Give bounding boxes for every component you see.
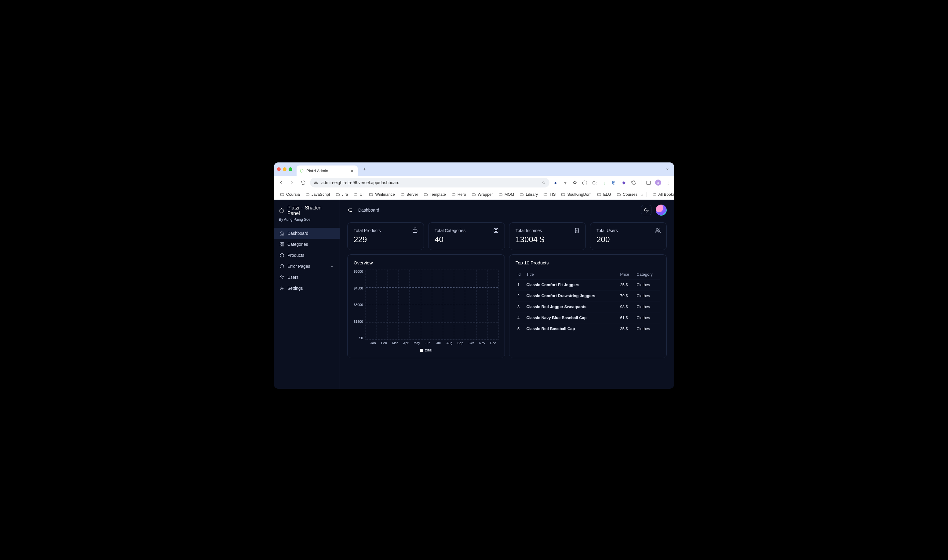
bookmark-item[interactable]: Winfinance <box>366 191 397 198</box>
card-label: Total Products <box>354 228 417 233</box>
svg-text:$: $ <box>576 229 578 232</box>
bookmark-item[interactable]: ELG <box>595 191 614 198</box>
sidebar: Platzi + Shadcn Panel By Aung Paing Soe … <box>274 200 340 389</box>
table-row[interactable]: 4Classic Navy Blue Baseball Cap61 $Cloth… <box>516 312 660 323</box>
close-tab-icon[interactable]: × <box>349 168 355 174</box>
col-price: Price <box>618 269 635 279</box>
window-maximize[interactable] <box>289 167 292 171</box>
browser-menu-icon[interactable]: ⋮ <box>665 180 671 186</box>
ext-circle-icon[interactable]: ◯ <box>582 180 588 186</box>
tab-overflow-icon[interactable] <box>664 166 671 172</box>
theme-toggle-button[interactable] <box>641 205 651 215</box>
sidebar-item-label: Products <box>288 253 304 258</box>
bookmark-item[interactable]: Courses <box>614 191 640 198</box>
card-total-products: Total Products 229 <box>347 222 424 250</box>
table-row[interactable]: 2Classic Comfort Drawstring Joggers79 $C… <box>516 291 660 302</box>
browser-toolbar: admin-eight-eta-96.vercel.app/dashboard … <box>274 176 674 189</box>
bookmark-item[interactable]: Hero <box>449 191 468 198</box>
sidebar-item-label: Settings <box>288 286 303 291</box>
bookmark-item[interactable]: Library <box>517 191 540 198</box>
card-label: Total Incomes <box>516 228 579 233</box>
ext-c-icon[interactable]: C: <box>592 180 598 186</box>
col-category: Category <box>635 269 660 279</box>
svg-rect-15 <box>494 228 496 230</box>
sidebar-item-users[interactable]: Users <box>274 272 340 283</box>
sidebar-item-error-pages[interactable]: Error Pages <box>274 261 340 272</box>
table-row[interactable]: 3Classic Red Jogger Sweatpants98 $Clothe… <box>516 302 660 312</box>
card-value: 13004 $ <box>516 235 579 244</box>
bookmarks-overflow-icon[interactable]: » <box>641 192 643 197</box>
new-tab-button[interactable]: + <box>361 165 369 173</box>
package-icon <box>412 228 418 234</box>
stat-cards: Total Products 229 Total Categories 40 T… <box>340 218 674 254</box>
sidebar-item-dashboard[interactable]: Dashboard <box>274 228 340 239</box>
ext-leaf-icon[interactable]: ✿ <box>572 180 578 186</box>
back-button[interactable] <box>277 178 285 186</box>
svg-rect-16 <box>497 228 498 230</box>
site-info-icon[interactable] <box>314 180 318 185</box>
box-icon <box>279 253 284 258</box>
bookmark-item[interactable]: SoulKingDom <box>559 191 594 198</box>
sidebar-item-categories[interactable]: Categories <box>274 239 340 250</box>
bookmark-item[interactable]: Server <box>398 191 420 198</box>
table-row[interactable]: 5Classic Red Baseball Cap35 $Clothes <box>516 323 660 334</box>
window-controls <box>277 167 292 171</box>
card-total-categories: Total Categories 40 <box>428 222 505 250</box>
table-row[interactable]: 1Classic Comfort Fit Joggers25 $Clothes <box>516 279 660 291</box>
home-icon <box>279 231 284 236</box>
toggle-sidebar-icon[interactable] <box>347 207 353 213</box>
bookmark-item[interactable]: Coursia <box>278 191 302 198</box>
svg-rect-1 <box>315 183 318 183</box>
reload-button[interactable] <box>299 178 307 186</box>
profile-avatar-icon[interactable]: a <box>655 180 661 186</box>
chart-legend: total <box>354 348 499 352</box>
ext-download-icon[interactable]: ↓ <box>601 180 608 186</box>
ext-checkmark-icon[interactable]: ● <box>552 180 559 186</box>
tab-title: Platzi Admin <box>306 169 328 173</box>
url-text: admin-eight-eta-96.vercel.app/dashboard <box>321 180 400 185</box>
chevron-down-icon <box>330 264 334 268</box>
card-total-users: Total Users 200 <box>590 222 667 250</box>
ext-vercel-icon[interactable]: ▼ <box>562 180 568 186</box>
svg-point-11 <box>280 276 282 277</box>
browser-tab[interactable]: Platzi Admin × <box>297 166 358 176</box>
sidebar-item-settings[interactable]: Settings <box>274 283 340 294</box>
side-panel-icon[interactable] <box>645 180 651 186</box>
info-icon <box>279 264 284 269</box>
forward-button[interactable] <box>288 178 296 186</box>
top-products-panel: Top 10 Products Id Title Price Category <box>509 254 667 358</box>
address-bar[interactable]: admin-eight-eta-96.vercel.app/dashboard … <box>310 178 549 188</box>
bookmark-item[interactable]: MOM <box>496 191 517 198</box>
overview-chart: $6000$4500$3000$1500$0 <box>354 269 499 340</box>
window-close[interactable] <box>277 167 281 171</box>
tab-strip: Platzi Admin × + <box>274 162 674 176</box>
bookmark-item[interactable]: Jira <box>333 191 351 198</box>
user-avatar[interactable] <box>656 205 667 215</box>
bookmark-item[interactable]: Template <box>421 191 448 198</box>
top-products-table: Id Title Price Category 1Classic Comfort… <box>516 269 660 334</box>
overview-panel: Overview $6000$4500$3000$1500$0 JanFebMa… <box>347 254 505 358</box>
extensions-icon[interactable] <box>631 180 637 186</box>
card-label: Total Users <box>597 228 660 233</box>
card-value: 200 <box>597 235 660 244</box>
bookmark-star-icon[interactable]: ☆ <box>542 180 546 185</box>
svg-rect-17 <box>494 231 496 233</box>
svg-rect-0 <box>315 182 318 182</box>
sidebar-item-products[interactable]: Products <box>274 250 340 261</box>
bookmark-item[interactable]: Wrapper <box>469 191 496 198</box>
svg-rect-6 <box>280 245 282 246</box>
users-icon <box>655 228 661 234</box>
svg-rect-2 <box>646 181 651 184</box>
all-bookmarks-label: All Bookmarks <box>659 192 674 197</box>
grid-icon <box>279 242 284 247</box>
ext-puzzle-badge-icon[interactable]: ◆ <box>621 180 627 186</box>
bookmark-item[interactable]: JavaScript <box>303 191 332 198</box>
folder-icon <box>653 192 657 197</box>
svg-rect-5 <box>282 242 284 244</box>
window-minimize[interactable] <box>283 167 286 171</box>
bookmark-item[interactable]: TIS <box>541 191 558 198</box>
all-bookmarks-button[interactable]: All Bookmarks <box>650 191 674 198</box>
bookmark-item[interactable]: UI <box>351 191 366 198</box>
ext-shield-icon[interactable]: ⛨ <box>611 180 617 186</box>
card-value: 40 <box>435 235 499 244</box>
